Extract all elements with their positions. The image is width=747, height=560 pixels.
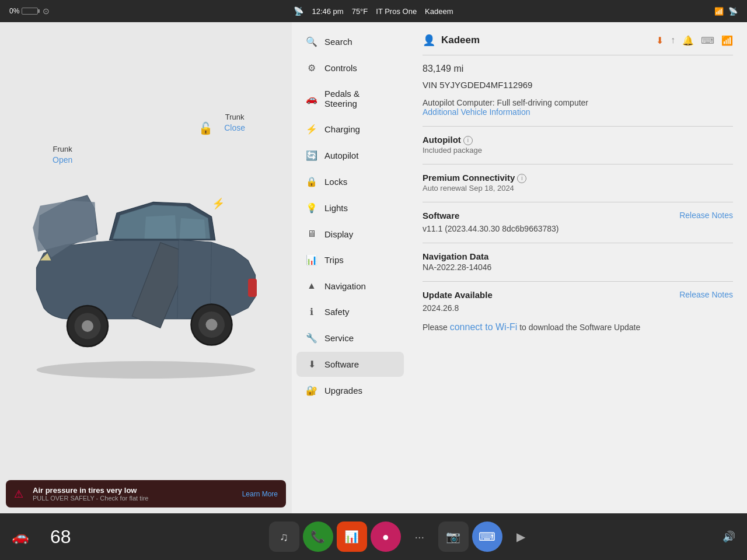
- info-panel: 👤 Kadeem ⬇ ↑ 🔔 ⌨ 📶 83,149 mi VIN 5YJYGDE…: [409, 22, 747, 513]
- divider-5: [423, 243, 733, 243]
- software-label: Software: [423, 211, 459, 220]
- taskbar-more-button[interactable]: ···: [404, 522, 435, 552]
- vin-display: VIN 5YJYGDED4MF112969: [423, 80, 733, 90]
- menu-label-autopilot: Autopilot: [324, 150, 358, 160]
- taskbar-music-button[interactable]: ♫: [269, 522, 299, 552]
- menu-item-autopilot[interactable]: 🔄 Autopilot: [296, 143, 404, 168]
- svg-point-0: [37, 361, 256, 379]
- taskbar-equalizer-button[interactable]: 📊: [337, 522, 367, 552]
- navigation-icon: ▲: [306, 281, 317, 291]
- menu-label-safety: Safety: [324, 307, 350, 317]
- battery-percent: 0%: [9, 7, 19, 15]
- signal-bars-icon: 📡: [728, 7, 738, 16]
- release-notes-link-2[interactable]: Release Notes: [679, 290, 733, 299]
- menu-item-navigation[interactable]: ▲ Navigation: [296, 274, 404, 298]
- menu-label-software: Software: [324, 359, 359, 369]
- taskbar-center: ♫ 📞 📊 ● ··· 📷 ⌨ ▶: [269, 522, 536, 552]
- menu-label-lights: Lights: [324, 203, 348, 213]
- controls-icon: ⚙: [306, 62, 317, 74]
- menu-item-trips[interactable]: 📊 Trips: [296, 247, 404, 272]
- upgrades-icon: 🔐: [306, 385, 317, 396]
- alert-title: Air pressure in tires very low: [33, 486, 235, 495]
- menu-item-controls[interactable]: ⚙ Controls: [296, 55, 404, 80]
- menu-item-locks[interactable]: 🔒 Locks: [296, 169, 404, 194]
- menu-item-service[interactable]: 🔧 Service: [296, 326, 404, 351]
- divider-6: [423, 281, 733, 282]
- menu-label-navigation: Navigation: [324, 281, 366, 291]
- safety-icon: ℹ: [306, 306, 317, 317]
- premium-connectivity-info-icon[interactable]: i: [517, 174, 526, 183]
- charge-icon-car: ⚡: [212, 197, 225, 210]
- temperature-display: 75°F: [352, 7, 368, 16]
- alert-learn-more-link[interactable]: Learn More: [242, 490, 278, 498]
- menu-item-charging[interactable]: ⚡ Charging: [296, 117, 404, 142]
- autopilot-computer-value: Autopilot Computer: Full self-driving co…: [423, 98, 733, 107]
- info-header: 👤 Kadeem ⬇ ↑ 🔔 ⌨ 📶: [423, 34, 733, 47]
- divider-4: [423, 202, 733, 202]
- arrow-up-icon[interactable]: ↑: [671, 35, 675, 46]
- signal-header-icon: 📶: [721, 35, 733, 46]
- additional-info-link[interactable]: Additional Vehicle Information: [423, 107, 733, 117]
- taskbar-volume-icon[interactable]: 🔊: [722, 530, 735, 543]
- taskbar-dot-button[interactable]: ●: [371, 522, 401, 552]
- premium-connectivity-row: Premium Connectivity i Auto renewal Sep …: [423, 173, 733, 192]
- trunk-label[interactable]: Trunk Close: [224, 113, 245, 133]
- alert-text: Air pressure in tires very low PULL OVER…: [33, 486, 235, 502]
- menu-item-lights[interactable]: 💡 Lights: [296, 195, 404, 220]
- car-panel: Trunk Close 🔓 Frunk Open ⚡: [0, 22, 292, 513]
- lock-icon-car: 🔓: [198, 121, 213, 135]
- divider-1: [423, 55, 733, 55]
- menu-label-search: Search: [324, 37, 352, 47]
- wifi-icon: 📶: [714, 7, 724, 16]
- taskbar-camera-button[interactable]: 📷: [438, 522, 469, 552]
- menu-item-pedals[interactable]: 🚗 Pedals & Steering: [296, 82, 404, 116]
- software-version: v11.1 (2023.44.30.30 8dc6b9663783): [423, 224, 733, 233]
- main-content: Trunk Close 🔓 Frunk Open ⚡: [0, 22, 747, 513]
- alert-icon: ⚠: [14, 488, 26, 501]
- svg-point-3: [82, 320, 93, 332]
- frunk-label[interactable]: Frunk Open: [53, 145, 72, 165]
- taskbar: 🚗 68 ♫ 📞 📊 ● ··· 📷 ⌨ ▶ 🔊: [0, 513, 747, 560]
- time-display: 12:46 pm: [312, 7, 343, 16]
- trips-icon: 📊: [306, 254, 317, 265]
- menu-item-search[interactable]: 🔍 Search: [296, 29, 404, 54]
- release-notes-link[interactable]: Release Notes: [679, 211, 733, 220]
- autopilot-label: Autopilot: [423, 135, 461, 145]
- frunk-action[interactable]: Open: [53, 155, 72, 165]
- connect-wifi-link[interactable]: connect to Wi-Fi: [450, 322, 518, 332]
- svg-point-6: [206, 319, 218, 331]
- taskbar-car-icon[interactable]: 🚗: [12, 528, 29, 545]
- user-display: Kadeem: [425, 7, 453, 16]
- taskbar-bluetooth-button[interactable]: ⌨: [472, 522, 502, 552]
- trunk-action[interactable]: Close: [224, 123, 245, 133]
- menu-label-trips: Trips: [324, 255, 344, 265]
- software-icon: ⬇: [306, 359, 317, 370]
- autopilot-info-icon[interactable]: i: [463, 136, 473, 145]
- menu-label-service: Service: [324, 333, 354, 343]
- taskbar-left: 🚗 68: [12, 526, 83, 548]
- taskbar-play-button[interactable]: ▶: [506, 522, 536, 552]
- menu-label-controls: Controls: [324, 63, 357, 73]
- taskbar-phone-button[interactable]: 📞: [303, 522, 333, 552]
- menu-item-upgrades[interactable]: 🔐 Upgrades: [296, 378, 404, 403]
- menu-item-software[interactable]: ⬇ Software: [296, 352, 404, 377]
- menu-panel: 🔍 Search ⚙ Controls 🚗 Pedals & Steering …: [292, 22, 409, 513]
- battery-indicator: 0%: [9, 7, 38, 15]
- user-avatar-icon: 👤: [423, 34, 435, 47]
- nav-data-row: Navigation Data NA-2022.28-14046: [423, 251, 733, 272]
- bluetooth-header-icon[interactable]: ⌨: [701, 35, 714, 46]
- download-icon[interactable]: ⬇: [656, 35, 664, 46]
- premium-connectivity-sublabel: Auto renewal Sep 18, 2024: [423, 184, 733, 192]
- autopilot-row: Autopilot i Included package: [423, 135, 733, 155]
- divider-3: [423, 164, 733, 164]
- software-section-row: Software Release Notes: [423, 211, 733, 222]
- alert-subtitle: PULL OVER SAFELY - Check for flat tire: [33, 495, 235, 502]
- nav-data-value: NA-2022.28-14046: [423, 262, 733, 272]
- car-image-area: Trunk Close 🔓 Frunk Open ⚡: [0, 22, 292, 513]
- menu-item-safety[interactable]: ℹ Safety: [296, 299, 404, 324]
- bell-icon[interactable]: 🔔: [682, 35, 694, 46]
- menu-label-upgrades: Upgrades: [324, 386, 362, 396]
- menu-item-display[interactable]: 🖥 Display: [296, 222, 404, 246]
- tire-icon: ⊙: [43, 6, 50, 16]
- svg-rect-7: [248, 279, 257, 297]
